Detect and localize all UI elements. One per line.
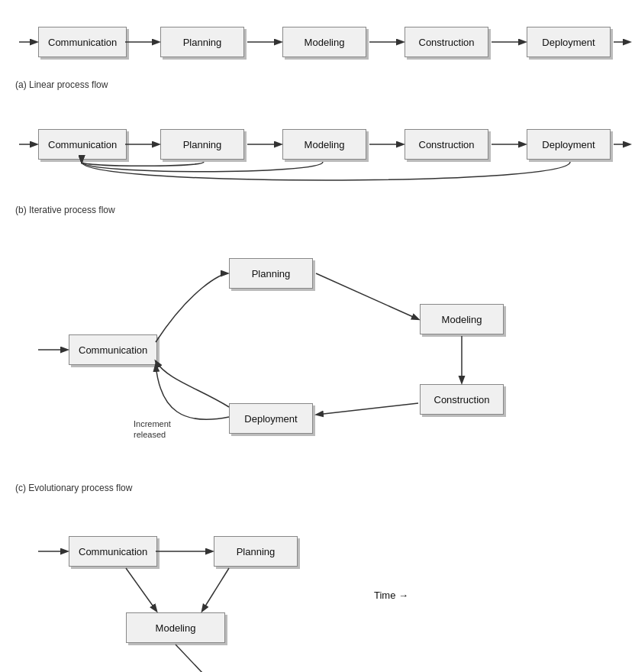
evolutionary-diagram: Communication Planning Modeling Construc… bbox=[15, 243, 626, 480]
svg-line-15 bbox=[317, 403, 418, 415]
svg-line-20 bbox=[176, 645, 216, 672]
iterative-diagram: Communication Planning Modeling Construc… bbox=[15, 118, 626, 202]
linear-diagram: Communication Planning Modeling Construc… bbox=[15, 15, 626, 76]
section-b-wrapper: Communication Planning Modeling Construc… bbox=[0, 102, 635, 228]
svg-line-19 bbox=[202, 568, 229, 611]
arrows-d bbox=[15, 521, 626, 672]
parallel-diagram: Communication Planning Time → Modeling C… bbox=[15, 521, 626, 672]
section-c-wrapper: Communication Planning Modeling Construc… bbox=[0, 228, 635, 506]
caption-b: (b) Iterative process flow bbox=[15, 205, 626, 215]
svg-line-13 bbox=[316, 273, 418, 319]
section-a-wrapper: Communication Planning Modeling Construc… bbox=[0, 0, 635, 102]
arrows-a bbox=[15, 15, 626, 76]
arrows-b bbox=[15, 118, 626, 202]
svg-line-18 bbox=[126, 568, 156, 611]
section-d-wrapper: Communication Planning Time → Modeling C… bbox=[0, 506, 635, 672]
caption-c: (c) Evolutionary process flow bbox=[15, 483, 626, 493]
caption-a: (a) Linear process flow bbox=[15, 79, 626, 90]
arrows-c bbox=[15, 243, 626, 480]
